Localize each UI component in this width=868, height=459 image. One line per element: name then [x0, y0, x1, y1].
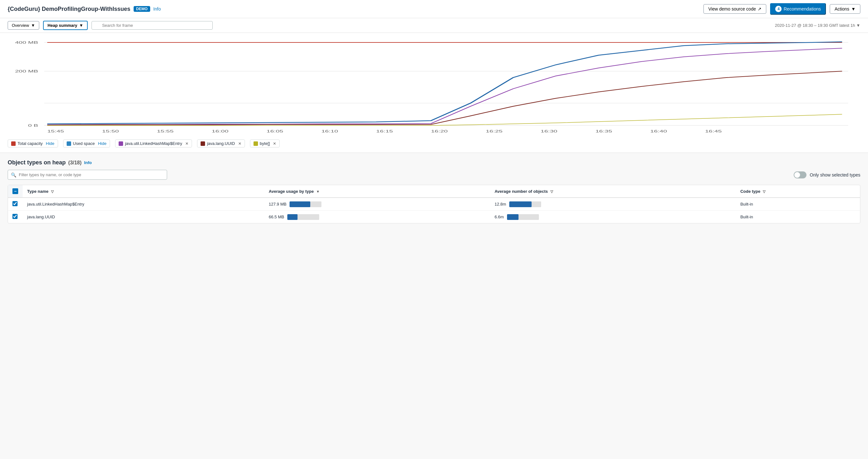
legend-remove-uuid[interactable]: ✕	[238, 141, 241, 146]
row1-avg-usage-bar-bg	[289, 201, 321, 207]
heap-summary-button[interactable]: Heap summary ▼	[43, 21, 88, 30]
svg-text:16:40: 16:40	[650, 129, 667, 133]
overview-button[interactable]: Overview ▼	[8, 21, 39, 30]
svg-text:0 B: 0 B	[28, 123, 38, 127]
section-title-text: Object types on heap	[8, 159, 66, 166]
table-wrapper: Type name ▽ Average usage by type ▼ Aver…	[8, 185, 860, 224]
legend-hide-total-capacity[interactable]: Hide	[46, 141, 55, 146]
svg-text:16:15: 16:15	[376, 129, 393, 133]
recommendations-button[interactable]: 4 Recommendations	[770, 3, 826, 15]
row2-avg-objects-bar-cell: 6.6m	[495, 214, 732, 220]
row2-avg-objects-bar-fill	[507, 214, 519, 220]
toolbar-right: 2020-11-27 @ 18:30 – 19:30 GMT latest 1h…	[775, 23, 860, 28]
actions-button[interactable]: Actions ▼	[830, 4, 860, 14]
filter-input[interactable]	[8, 170, 167, 180]
toolbar-left: Overview ▼ Heap summary ▼ 🔍	[8, 21, 771, 30]
th-code-type-label: Code type	[740, 189, 761, 194]
filter-input-wrapper: 🔍	[8, 170, 167, 180]
legend-color-linkedhashmap	[119, 141, 123, 146]
svg-text:16:30: 16:30	[540, 129, 557, 133]
time-range[interactable]: 2020-11-27 @ 18:30 – 19:30 GMT latest 1h…	[775, 23, 860, 28]
svg-text:16:10: 16:10	[321, 129, 338, 133]
legend-remove-linkedhashmap[interactable]: ✕	[185, 141, 188, 146]
svg-text:16:05: 16:05	[267, 129, 283, 133]
legend-linkedhashmap: java.util.LinkedHashMap$Entry ✕	[115, 140, 192, 147]
row1-avg-objects: 12.8m	[490, 198, 736, 211]
th-avg-usage-sort-icon: ▼	[316, 190, 320, 194]
row1-avg-usage-bar-cell: 127.9 MB	[269, 201, 486, 207]
row1-avg-objects-bar-bg	[509, 201, 541, 207]
legend-byte: byte[] ✕	[250, 140, 280, 147]
show-selected-toggle[interactable]	[794, 171, 806, 178]
heap-chart: 400 MB 200 MB 0 B 15:45 15:50 15:55 16:0…	[8, 39, 860, 135]
header-left: {CodeGuru} DemoProfilingGroup-WithIssues…	[8, 6, 161, 12]
toggle-label: Only show selected types	[810, 172, 860, 177]
svg-text:16:00: 16:00	[212, 129, 229, 133]
header-right: View demo source code ↗ 4 Recommendation…	[704, 3, 860, 15]
table-row: java.lang.UUID 66.5 MB 6.6m	[8, 211, 860, 224]
th-avg-objects-sort-icon: ▽	[550, 190, 553, 194]
row1-checkbox[interactable]	[12, 201, 18, 206]
th-avg-usage-label: Average usage by type	[269, 189, 314, 194]
legend-label-linkedhashmap: java.util.LinkedHashMap$Entry	[125, 141, 182, 146]
th-type-name-label: Type name	[27, 189, 49, 194]
svg-text:16:25: 16:25	[486, 129, 502, 133]
object-types-table: Type name ▽ Average usage by type ▼ Aver…	[8, 185, 860, 223]
th-avg-usage[interactable]: Average usage by type ▼	[265, 185, 490, 198]
row1-avg-usage: 127.9 MB	[265, 198, 490, 211]
row1-code-type: Built-in	[736, 198, 860, 211]
view-source-label: View demo source code	[708, 6, 756, 11]
legend-remove-byte[interactable]: ✕	[273, 141, 276, 146]
th-select-all[interactable]	[8, 185, 23, 198]
table-header-row: Type name ▽ Average usage by type ▼ Aver…	[8, 185, 860, 198]
row2-avg-objects-bar-bg	[507, 214, 539, 220]
header: {CodeGuru} DemoProfilingGroup-WithIssues…	[0, 0, 868, 18]
section-title: Object types on heap (3/18) Info	[8, 159, 860, 166]
chart-container: 400 MB 200 MB 0 B 15:45 15:50 15:55 16:0…	[8, 39, 860, 135]
view-source-button[interactable]: View demo source code ↗	[704, 4, 766, 14]
header-info-link[interactable]: Info	[153, 6, 161, 11]
search-input[interactable]	[92, 21, 213, 30]
th-type-name-sort-icon: ▽	[51, 190, 54, 194]
svg-text:400 MB: 400 MB	[15, 40, 38, 45]
row2-checkbox[interactable]	[12, 214, 18, 219]
external-link-icon: ↗	[758, 6, 762, 11]
actions-chevron-icon: ▼	[851, 6, 856, 11]
actions-label: Actions	[835, 6, 849, 11]
toggle-row: Only show selected types	[794, 171, 860, 178]
legend-total-capacity: Total capacity Hide	[8, 140, 58, 147]
row2-avg-usage: 66.5 MB	[265, 211, 490, 224]
svg-text:15:50: 15:50	[102, 129, 119, 133]
th-code-type[interactable]: Code type ▽	[736, 185, 860, 198]
legend-label-used-space: Used space	[73, 141, 95, 146]
row2-checkbox-cell	[8, 211, 23, 224]
overview-label: Overview	[12, 23, 29, 28]
heap-summary-label: Heap summary	[48, 23, 77, 28]
toolbar: Overview ▼ Heap summary ▼ 🔍 2020-11-27 @…	[0, 18, 868, 33]
row2-avg-usage-bar-bg	[287, 214, 319, 220]
legend-color-uuid	[200, 141, 205, 146]
table-row: java.util.LinkedHashMap$Entry 127.9 MB 1…	[8, 198, 860, 211]
row1-type-name: java.util.LinkedHashMap$Entry	[23, 198, 265, 211]
legend-hide-used-space[interactable]: Hide	[98, 141, 106, 146]
search-wrapper: 🔍	[92, 21, 213, 30]
heap-summary-chevron-icon: ▼	[79, 23, 83, 28]
legend-color-byte	[253, 141, 258, 146]
th-type-name[interactable]: Type name ▽	[23, 185, 265, 198]
th-avg-objects[interactable]: Average number of objects ▽	[490, 185, 736, 198]
filter-search-icon: 🔍	[11, 172, 16, 177]
select-all-icon[interactable]	[12, 188, 18, 194]
demo-badge: DEMO	[134, 6, 150, 12]
legend-label-uuid: java.lang.UUID	[207, 141, 235, 146]
legend-color-used-space	[67, 141, 71, 146]
row2-avg-usage-bar-fill	[287, 214, 298, 220]
row2-type-name: java.lang.UUID	[23, 211, 265, 224]
svg-text:16:45: 16:45	[705, 129, 722, 133]
row1-avg-usage-value: 127.9 MB	[269, 202, 287, 206]
svg-text:15:45: 15:45	[47, 129, 64, 133]
legend-uuid: java.lang.UUID ✕	[197, 140, 245, 147]
object-types-info-link[interactable]: Info	[84, 160, 92, 165]
row2-code-type: Built-in	[736, 211, 860, 224]
chart-area: 400 MB 200 MB 0 B 15:45 15:50 15:55 16:0…	[0, 33, 868, 153]
object-types-section: Object types on heap (3/18) Info 🔍 Only …	[0, 153, 868, 230]
